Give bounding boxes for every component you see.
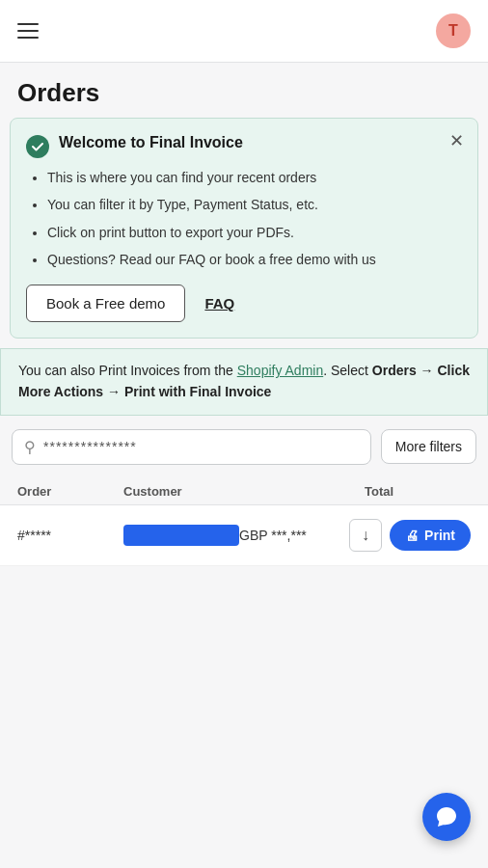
info-text-before-link: You can also Print Invoices from the: [18, 363, 237, 378]
close-icon[interactable]: ✕: [449, 132, 464, 149]
list-item: Click on print button to export your PDF…: [47, 223, 462, 242]
print-button[interactable]: 🖨 Print: [390, 520, 471, 551]
banner-header: Welcome to Final Invoice: [26, 134, 462, 158]
shopify-admin-link[interactable]: Shopify Admin: [237, 363, 324, 378]
book-demo-button[interactable]: Book a Free demo: [26, 285, 185, 322]
order-total: GBP ***,***: [239, 528, 345, 543]
info-bar: You can also Print Invoices from the Sho…: [0, 348, 488, 415]
search-wrap: ⚲: [12, 429, 371, 465]
list-item: This is where you can find your recent o…: [47, 168, 462, 187]
banner-actions: Book a Free demo FAQ: [26, 285, 462, 322]
column-total: Total: [365, 484, 471, 499]
list-item: You can filter it by Type, Payment Statu…: [47, 195, 462, 214]
avatar[interactable]: T: [436, 14, 471, 48]
app-header: T: [0, 0, 488, 63]
row-actions: ↓ 🖨 Print: [349, 519, 471, 552]
info-text-after-link: . Select: [323, 363, 372, 378]
printer-icon: 🖨: [405, 528, 419, 543]
table-header: Order Customer Total: [0, 478, 488, 505]
page-title-wrap: Orders: [0, 63, 488, 118]
table-row: #***** GBP ***,*** ↓ 🖨 Print: [0, 505, 488, 566]
download-icon: ↓: [362, 527, 369, 544]
list-item: Questions? Read our FAQ or book a free d…: [47, 250, 462, 269]
menu-icon[interactable]: [17, 23, 39, 39]
column-order: Order: [17, 484, 123, 499]
search-icon: ⚲: [24, 438, 36, 456]
search-row: ⚲ More filters: [0, 429, 488, 465]
banner-list: This is where you can find your recent o…: [26, 168, 462, 269]
column-customer: Customer: [123, 484, 365, 499]
download-button[interactable]: ↓: [349, 519, 382, 552]
welcome-banner: Welcome to Final Invoice ✕ This is where…: [10, 118, 478, 339]
search-input[interactable]: [43, 439, 359, 454]
order-number: #*****: [17, 528, 123, 543]
page-title: Orders: [17, 78, 471, 108]
faq-button[interactable]: FAQ: [204, 295, 234, 312]
customer-cell-blurred: [123, 525, 239, 546]
more-filters-button[interactable]: More filters: [381, 429, 476, 464]
banner-title: Welcome to Final Invoice: [59, 134, 462, 151]
chat-fab-button[interactable]: [422, 793, 471, 841]
check-icon: [26, 135, 49, 158]
print-label: Print: [424, 528, 455, 543]
